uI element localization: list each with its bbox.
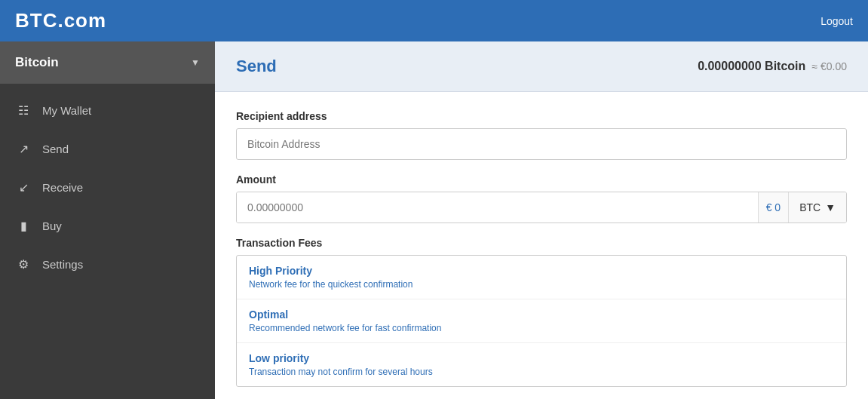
amount-input[interactable] <box>237 192 758 223</box>
fee-optimal-name: Optimal <box>249 308 834 321</box>
sidebar-item-send[interactable]: ↗ Send <box>0 130 215 168</box>
fee-high-priority-desc: Network fee for the quickest confirmatio… <box>249 279 834 290</box>
page-title: Send <box>236 57 277 76</box>
buy-icon: ▮ <box>15 219 32 233</box>
sidebar-item-label-buy: Buy <box>42 219 62 232</box>
gear-icon: ⚙ <box>15 257 32 272</box>
sidebar-nav: ☷ My Wallet ↗ Send ↙ Receive ▮ Buy ⚙ Set… <box>0 91 215 284</box>
send-header: Send 0.00000000 Bitcoin ≈ €0.00 <box>215 41 868 92</box>
recipient-address-input[interactable] <box>236 128 847 160</box>
sidebar-item-buy[interactable]: ▮ Buy <box>0 207 215 245</box>
main-content: Send 0.00000000 Bitcoin ≈ €0.00 Recipien… <box>215 41 868 399</box>
balance-approx: ≈ €0.00 <box>809 60 848 72</box>
fee-high-priority-name: High Priority <box>249 265 834 277</box>
sidebar-item-receive[interactable]: ↙ Receive <box>0 168 215 207</box>
balance-display: 0.00000000 Bitcoin ≈ €0.00 <box>698 60 847 73</box>
fees-label: Transaction Fees <box>236 237 847 249</box>
header: BTC.com Logout <box>0 0 868 41</box>
currency-value: BTC <box>799 201 820 213</box>
recipient-label: Recipient address <box>236 110 847 122</box>
sidebar-item-label-my-wallet: My Wallet <box>42 104 91 117</box>
currency-selector[interactable]: Bitcoin ▼ <box>0 41 215 84</box>
logo: BTC.com <box>15 9 106 32</box>
sidebar-item-label-send: Send <box>42 143 69 155</box>
fee-high-priority[interactable]: High Priority Network fee for the quicke… <box>237 256 846 299</box>
amount-row: € 0 BTC ▼ <box>236 192 847 223</box>
balance-amount: 0.00000000 Bitcoin <box>698 60 805 72</box>
currency-dropdown[interactable]: BTC ▼ <box>788 192 846 223</box>
fee-low-priority-name: Low priority <box>249 352 834 364</box>
currency-chevron-icon: ▼ <box>825 201 836 213</box>
fee-optimal[interactable]: Optimal Recommended network fee for fast… <box>237 299 846 343</box>
logout-button[interactable]: Logout <box>820 15 853 27</box>
currency-label: Bitcoin <box>15 55 59 70</box>
wallet-icon: ☷ <box>15 103 32 118</box>
fee-low-priority-desc: Transaction may not confirm for several … <box>249 367 834 377</box>
chevron-down-icon: ▼ <box>191 57 200 68</box>
send-form: Recipient address Amount € 0 BTC ▼ Trans… <box>215 92 868 399</box>
fees-box: High Priority Network fee for the quicke… <box>236 255 847 387</box>
sidebar-item-settings[interactable]: ⚙ Settings <box>0 245 215 284</box>
fee-optimal-desc: Recommended network fee for fast confirm… <box>249 323 834 333</box>
amount-label: Amount <box>236 173 847 186</box>
sidebar-item-label-receive: Receive <box>42 181 83 194</box>
sidebar: Bitcoin ▼ ☷ My Wallet ↗ Send ↙ Receive ▮… <box>0 41 215 399</box>
sidebar-item-my-wallet[interactable]: ☷ My Wallet <box>0 91 215 130</box>
fee-low-priority[interactable]: Low priority Transaction may not confirm… <box>237 343 846 386</box>
send-icon: ↗ <box>15 142 32 156</box>
euro-value: € 0 <box>758 192 788 223</box>
sidebar-item-label-settings: Settings <box>42 258 83 271</box>
receive-icon: ↙ <box>15 180 32 195</box>
layout: Bitcoin ▼ ☷ My Wallet ↗ Send ↙ Receive ▮… <box>0 41 868 399</box>
